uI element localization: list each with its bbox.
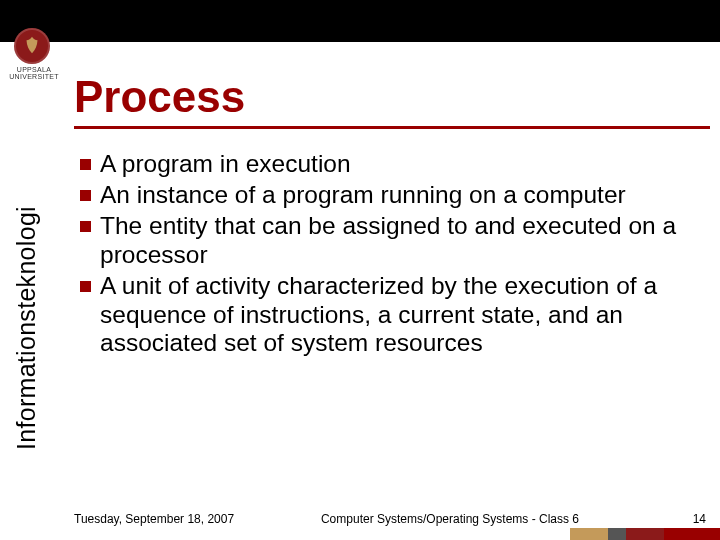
university-name-top: UPPSALA (8, 66, 60, 73)
sidebar-label: Informationsteknologi (12, 206, 41, 450)
footer-course: Computer Systems/Operating Systems - Cla… (244, 512, 656, 526)
top-bar (0, 0, 720, 42)
list-item: A program in execution (66, 150, 706, 179)
accent-stripes (570, 528, 720, 540)
footer-page-number: 14 (656, 512, 706, 526)
university-name-bottom: UNIVERSITET (8, 73, 60, 80)
bullet-list: A program in execution An instance of a … (66, 150, 706, 358)
title-rule (74, 126, 710, 129)
slide-content: A program in execution An instance of a … (66, 150, 706, 360)
list-item: An instance of a program running on a co… (66, 181, 706, 210)
university-name: UPPSALA UNIVERSITET (8, 66, 60, 81)
seal-icon (21, 35, 43, 57)
slide-footer: Tuesday, September 18, 2007 Computer Sys… (74, 512, 706, 526)
slide-title: Process (74, 72, 245, 122)
footer-date: Tuesday, September 18, 2007 (74, 512, 244, 526)
list-item: A unit of activity characterized by the … (66, 272, 706, 359)
university-seal (14, 28, 50, 64)
list-item: The entity that can be assigned to and e… (66, 212, 706, 270)
